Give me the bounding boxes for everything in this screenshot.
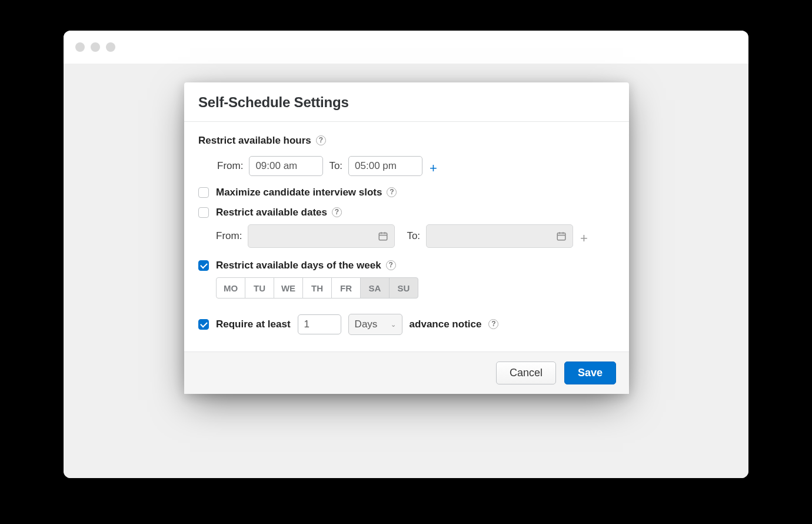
chevron-down-icon: ⌄ xyxy=(391,321,396,329)
hours-from-input[interactable]: 09:00 am xyxy=(249,156,323,176)
restrict-days-text: Restrict available days of the week xyxy=(216,260,381,271)
add-hours-range-button[interactable]: + xyxy=(428,162,438,175)
day-toggle-th[interactable]: TH xyxy=(302,277,332,299)
maximize-slots-row: Maximize candidate interview slots ? xyxy=(198,187,615,198)
help-icon[interactable]: ? xyxy=(332,207,342,217)
browser-titlebar xyxy=(64,31,748,64)
day-toggle-we[interactable]: WE xyxy=(274,277,303,299)
hours-to-label: To: xyxy=(329,160,342,172)
day-toggle-mo[interactable]: MO xyxy=(216,277,245,299)
maximize-slots-label: Maximize candidate interview slots ? xyxy=(216,187,397,198)
calendar-icon xyxy=(378,231,388,241)
day-toggle-tu[interactable]: TU xyxy=(245,277,274,299)
svg-rect-4 xyxy=(557,233,565,240)
modal-header: Self-Schedule Settings xyxy=(184,82,629,122)
restrict-dates-text: Restrict available dates xyxy=(216,207,327,218)
dates-to-label: To: xyxy=(407,230,420,242)
restrict-days-row: Restrict available days of the week ? xyxy=(198,260,615,271)
window-close-icon[interactable] xyxy=(75,42,85,52)
day-toggle-fr[interactable]: FR xyxy=(331,277,361,299)
maximize-slots-text: Maximize candidate interview slots xyxy=(216,187,382,198)
advance-notice-checkbox[interactable] xyxy=(198,319,209,330)
dates-from-label: From: xyxy=(216,230,242,242)
hours-to-input[interactable]: 05:00 pm xyxy=(348,156,422,176)
day-toggle-sa[interactable]: SA xyxy=(360,277,390,299)
calendar-icon xyxy=(556,231,567,241)
restrict-dates-checkbox[interactable] xyxy=(198,207,209,218)
advance-notice-after-label: advance notice xyxy=(410,319,482,330)
advance-notice-unit-select[interactable]: Days ⌄ xyxy=(348,314,402,335)
restrict-days-label: Restrict available days of the week ? xyxy=(216,260,396,271)
advance-notice-before-label: Require at least xyxy=(216,319,291,330)
self-schedule-settings-modal: Self-Schedule Settings Restrict availabl… xyxy=(184,82,629,394)
help-icon[interactable]: ? xyxy=(386,260,396,270)
day-toggle-group: MO TU WE TH FR SA SU xyxy=(216,277,615,299)
help-icon[interactable]: ? xyxy=(316,135,326,145)
dates-from-input[interactable] xyxy=(248,224,395,248)
restrict-hours-text: Restrict available hours xyxy=(198,135,311,147)
restrict-dates-label: Restrict available dates ? xyxy=(216,207,342,218)
restrict-dates-row: Restrict available dates ? xyxy=(198,207,615,218)
day-toggle-su[interactable]: SU xyxy=(389,277,418,299)
save-button[interactable]: Save xyxy=(564,362,616,384)
help-icon[interactable]: ? xyxy=(387,187,397,197)
hours-row: From: 09:00 am To: 05:00 pm + xyxy=(217,156,615,176)
modal-title: Self-Schedule Settings xyxy=(198,94,615,111)
viewport: Self-Schedule Settings Restrict availabl… xyxy=(64,64,748,478)
maximize-slots-checkbox[interactable] xyxy=(198,187,209,198)
dates-to-input[interactable] xyxy=(426,224,573,248)
restrict-hours-label: Restrict available hours ? xyxy=(198,135,326,147)
help-icon[interactable]: ? xyxy=(488,319,498,329)
svg-rect-0 xyxy=(380,233,388,240)
advance-notice-value-input[interactable]: 1 xyxy=(298,314,341,334)
window-minimize-icon[interactable] xyxy=(91,42,100,52)
dates-range-row: From: To: xyxy=(216,224,615,248)
window-maximize-icon[interactable] xyxy=(106,42,115,52)
cancel-button[interactable]: Cancel xyxy=(496,362,556,384)
hours-from-label: From: xyxy=(217,160,243,172)
restrict-days-checkbox[interactable] xyxy=(198,260,209,271)
modal-footer: Cancel Save xyxy=(184,351,629,394)
advance-notice-row: Require at least 1 Days ⌄ advance notice… xyxy=(198,314,615,335)
browser-frame: Self-Schedule Settings Restrict availabl… xyxy=(64,31,748,478)
advance-notice-unit-text: Days xyxy=(355,319,378,330)
modal-body: Restrict available hours ? From: 09:00 a… xyxy=(184,122,629,351)
add-dates-range-button[interactable]: + xyxy=(579,232,589,245)
